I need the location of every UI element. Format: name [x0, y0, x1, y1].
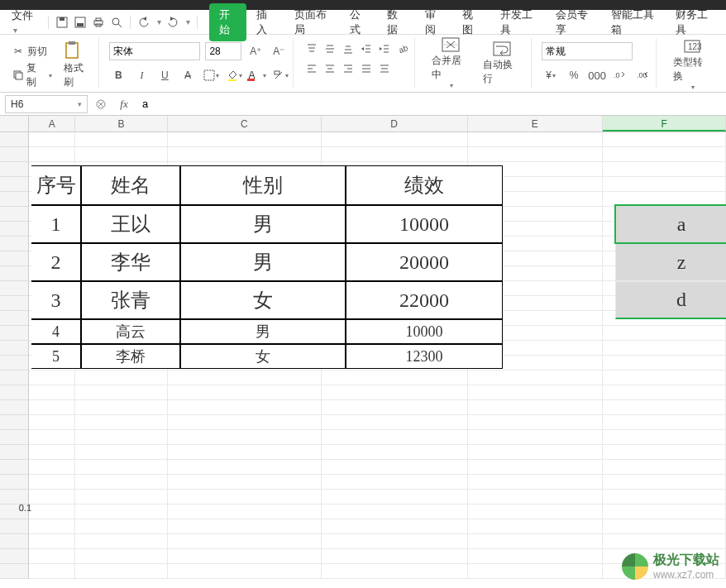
cell[interactable] [29, 370, 75, 385]
cell[interactable] [468, 519, 604, 534]
merge-center-button[interactable]: 合并居中▾ [425, 39, 476, 88]
row-header[interactable] [0, 415, 29, 430]
cell[interactable] [29, 534, 75, 549]
cell[interactable] [468, 564, 604, 579]
cell[interactable] [322, 430, 468, 445]
cell[interactable] [75, 490, 168, 504]
cell[interactable] [603, 326, 726, 341]
cell[interactable] [168, 147, 322, 162]
cell[interactable] [603, 460, 726, 475]
cell[interactable] [168, 519, 322, 534]
cell[interactable] [603, 341, 726, 356]
cell[interactable] [468, 490, 604, 504]
cell[interactable] [75, 564, 168, 579]
redo-dropdown[interactable]: ▾ [186, 17, 190, 26]
file-menu[interactable]: 文件▾ [5, 4, 43, 40]
cell[interactable] [322, 445, 468, 460]
align-bottom-icon[interactable] [340, 40, 356, 58]
col-header-A[interactable]: A [29, 116, 75, 131]
increase-font-icon[interactable]: A⁺ [246, 42, 265, 60]
name-box[interactable]: H6▾ [5, 95, 88, 113]
cell[interactable] [468, 147, 604, 162]
cell[interactable] [603, 519, 726, 534]
cell[interactable] [75, 475, 168, 490]
distribute-icon[interactable] [376, 60, 393, 78]
comma-icon[interactable]: 000 [588, 66, 606, 84]
cell[interactable] [603, 370, 726, 385]
grid-area[interactable]: 序号 姓名 性别 绩效 1 王以 男 10000 2 李华 男 20000 3 … [0, 132, 726, 587]
justify-icon[interactable] [358, 60, 375, 78]
align-center-icon[interactable] [322, 60, 338, 78]
cell[interactable] [468, 132, 604, 147]
row-header[interactable] [0, 147, 29, 162]
cell[interactable] [603, 430, 726, 445]
cell[interactable] [322, 370, 468, 385]
tab-page-layout[interactable]: 页面布局 [284, 3, 340, 41]
table-cell[interactable]: 女 [180, 281, 346, 319]
cell[interactable] [603, 177, 726, 192]
save-icon[interactable] [55, 16, 69, 29]
cell-value[interactable]: 0.1 [3, 503, 31, 513]
italic-icon[interactable]: I [132, 66, 150, 84]
decrease-font-icon[interactable]: A⁻ [270, 42, 288, 60]
row-header[interactable] [0, 132, 29, 147]
formula-input[interactable] [139, 95, 726, 113]
col-header-E[interactable]: E [468, 116, 604, 131]
cell[interactable] [168, 460, 322, 475]
cell[interactable] [29, 400, 75, 415]
cell[interactable] [29, 504, 75, 519]
cell[interactable] [168, 534, 322, 549]
table-cell[interactable]: 李华 [81, 243, 180, 281]
print-icon[interactable] [92, 16, 105, 29]
table-cell[interactable]: 男 [180, 205, 346, 243]
cell[interactable] [603, 534, 726, 549]
cell[interactable] [29, 385, 75, 400]
table-cell[interactable]: 20000 [346, 243, 503, 281]
cell[interactable] [322, 460, 468, 475]
selected-cell[interactable]: d [615, 281, 726, 319]
table-cell[interactable]: 12300 [346, 344, 503, 369]
currency-icon[interactable]: ¥▾ [542, 66, 560, 84]
row-header[interactable] [0, 549, 29, 564]
cell[interactable] [322, 534, 468, 549]
tab-devtools[interactable]: 开发工具 [490, 3, 546, 41]
number-format-combo[interactable] [542, 42, 633, 60]
decrease-decimal-icon[interactable]: .00 [634, 66, 652, 84]
cell[interactable] [603, 490, 726, 504]
cell[interactable] [29, 132, 75, 147]
fx-icon[interactable]: fx [116, 96, 132, 112]
orientation-icon[interactable]: ab [394, 40, 411, 58]
indent-decrease-icon[interactable] [358, 40, 375, 58]
increase-decimal-icon[interactable]: .0 [611, 66, 629, 84]
undo-dropdown[interactable]: ▾ [157, 17, 161, 26]
cell[interactable] [29, 519, 75, 534]
cell[interactable] [322, 549, 468, 564]
font-size-combo[interactable] [205, 42, 241, 60]
cell[interactable] [168, 490, 322, 504]
cell[interactable] [75, 415, 168, 430]
row-header[interactable] [0, 385, 29, 400]
cell[interactable] [322, 415, 468, 430]
cell[interactable] [322, 519, 468, 534]
align-right-icon[interactable] [340, 60, 356, 78]
row-header[interactable] [0, 519, 29, 534]
cell[interactable] [168, 400, 322, 415]
table-cell[interactable]: 男 [180, 243, 346, 281]
cell[interactable] [168, 385, 322, 400]
cell[interactable] [322, 132, 468, 147]
cell[interactable] [168, 430, 322, 445]
font-name-combo[interactable] [109, 42, 200, 60]
tab-data[interactable]: 数据 [377, 3, 415, 41]
wrap-text-button[interactable]: 自动换行 [476, 39, 528, 88]
row-header[interactable] [0, 460, 29, 475]
fill-color-icon[interactable]: ▾ [225, 66, 243, 84]
cell[interactable] [603, 356, 726, 370]
cell[interactable] [29, 415, 75, 430]
align-top-icon[interactable] [303, 40, 320, 58]
table-cell[interactable]: 4 [31, 319, 81, 344]
cell[interactable] [75, 370, 168, 385]
cell[interactable] [29, 430, 75, 445]
cell[interactable] [75, 147, 168, 162]
tab-formula[interactable]: 公式 [340, 3, 378, 41]
preview-icon[interactable] [110, 16, 123, 29]
